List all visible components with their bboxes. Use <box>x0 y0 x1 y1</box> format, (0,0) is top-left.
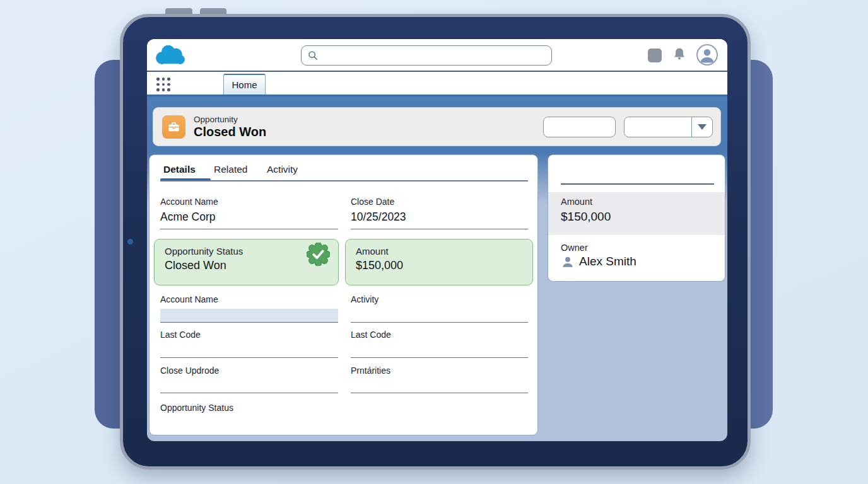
owner-row: Alex Smith <box>561 255 636 268</box>
field-amount-highlight: Amount $150,000 <box>345 239 533 285</box>
field-label: Amount <box>356 246 522 256</box>
tab-related[interactable]: Related <box>214 164 247 175</box>
field-value: $150,000 <box>356 259 522 272</box>
field-activity: Activity <box>351 291 528 323</box>
field-label: Opportunity Status <box>160 403 338 413</box>
field-label: Account Name <box>160 294 338 304</box>
button-divider <box>691 117 693 137</box>
field-underline <box>160 322 338 323</box>
field-last-code-right: Last Code <box>351 326 528 358</box>
field-last-code-left: Last Code <box>160 326 338 358</box>
field-underline <box>160 357 338 359</box>
header-action-button[interactable] <box>543 117 616 137</box>
field-value: Acme Corp <box>160 210 338 224</box>
search-input[interactable] <box>322 46 551 65</box>
field-close-date: Close Date 10/25/2023 <box>351 193 528 229</box>
field-prntarities: Prntárities <box>351 362 528 393</box>
field-label: Last Code <box>351 330 528 340</box>
owner-label: Owner <box>561 243 588 253</box>
field-underline <box>351 357 528 359</box>
tablet-frame: Home Opportunity Closed Won <box>120 14 751 470</box>
field-value: Closed Won <box>165 259 328 272</box>
field-label: Account Name <box>160 197 338 207</box>
user-avatar-icon[interactable] <box>696 44 718 66</box>
field-opportunity-status-highlight: Opportunity Status Closed Won <box>154 239 339 285</box>
global-header <box>147 39 727 71</box>
side-card-underline <box>561 183 714 185</box>
field-underline <box>351 393 528 394</box>
field-underline <box>351 229 528 230</box>
field-value: $150,000 <box>561 210 611 224</box>
field-close-updrode: Close Updrode <box>160 362 338 393</box>
tab-home[interactable]: Home <box>223 74 266 95</box>
field-label: Opportunity Status <box>165 246 328 256</box>
record-entity-label: Opportunity <box>194 115 266 124</box>
tabs-divider <box>160 180 528 182</box>
field-underline <box>160 393 338 394</box>
field-label: Prntárities <box>351 366 528 376</box>
record-detail-panel: Details Related Activity Account Name Ac… <box>149 154 538 435</box>
person-icon <box>561 255 575 268</box>
tab-activity[interactable]: Activity <box>267 164 298 175</box>
field-value: 10/25/2023 <box>351 210 528 224</box>
salesforce-cloud-icon <box>153 44 187 67</box>
field-underline <box>160 229 338 230</box>
owner-name: Alex Smith <box>579 255 636 268</box>
record-header-card: Opportunity Closed Won <box>153 107 721 146</box>
field-label: Activity <box>351 294 528 304</box>
front-camera-icon <box>127 239 133 245</box>
tablet-screen: Home Opportunity Closed Won <box>147 39 727 441</box>
search-icon <box>308 50 318 60</box>
notification-bell-icon[interactable] <box>671 46 688 64</box>
field-label: Amount <box>561 197 611 207</box>
nav-bar: Home <box>147 72 727 95</box>
green-check-seal-icon <box>307 243 330 266</box>
chevron-down-icon <box>698 124 707 130</box>
global-search[interactable] <box>301 45 552 66</box>
field-underline <box>351 322 528 323</box>
opportunity-briefcase-icon <box>162 115 185 139</box>
field-account-name: Account Name Acme Corp <box>160 193 338 229</box>
app-launcher-grid-icon[interactable] <box>156 78 170 91</box>
desktop-background: Home Opportunity Closed Won <box>0 0 868 484</box>
field-opportunity-status-2: Opportunity Status <box>160 401 338 426</box>
tab-details[interactable]: Details <box>163 164 196 175</box>
side-amount-field: Amount $150,000 <box>561 197 611 224</box>
field-label: Last Code <box>160 330 338 340</box>
field-account-name-2: Account Name <box>160 291 338 323</box>
app-square-icon[interactable] <box>648 49 662 62</box>
account-name-input[interactable] <box>160 309 338 322</box>
record-title: Closed Won <box>194 125 266 139</box>
highlights-side-card: Amount $150,000 Owner Alex Smith <box>548 154 725 282</box>
header-dropdown-button[interactable] <box>624 117 713 137</box>
field-label: Close Updrode <box>160 366 338 376</box>
field-label: Close Date <box>351 197 528 207</box>
